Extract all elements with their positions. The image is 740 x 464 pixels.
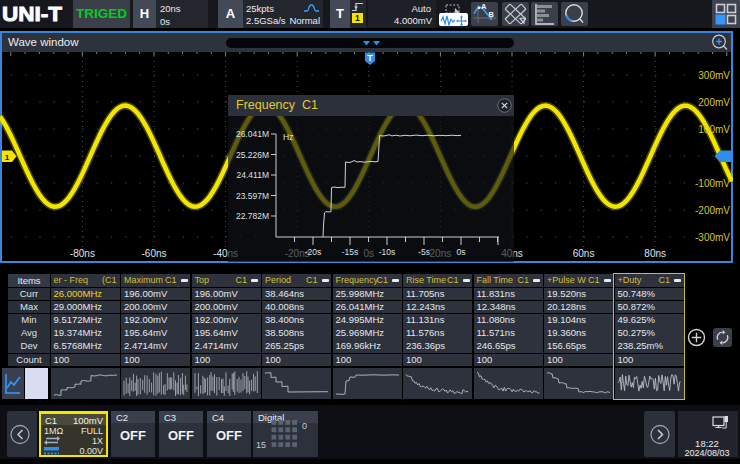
svg-text:A: A [481, 2, 487, 11]
svg-text:-5s: -5s [418, 247, 430, 257]
svg-text:-200mV: -200mV [695, 205, 730, 216]
svg-text:22.782M: 22.782M [236, 211, 269, 221]
svg-text:100mV: 100mV [698, 124, 730, 135]
svg-text:24.411M: 24.411M [237, 170, 269, 180]
svg-text:300mV: 300mV [698, 70, 730, 81]
svg-text:200mV: 200mV [698, 97, 730, 108]
svg-text:-15s: -15s [342, 247, 359, 257]
svg-text:1: 1 [5, 153, 10, 162]
svg-text:80ns: 80ns [644, 248, 666, 259]
svg-text:Hz: Hz [283, 132, 293, 142]
svg-text:23.597M: 23.597M [236, 191, 269, 201]
svg-text:-60ns: -60ns [141, 248, 166, 259]
svg-text:26.041M: 26.041M [236, 129, 269, 139]
svg-text:-80ns: -80ns [70, 248, 95, 259]
svg-text:-300mV: -300mV [695, 232, 730, 243]
svg-text:60ns: 60ns [573, 248, 595, 259]
svg-text:T: T [367, 53, 373, 63]
svg-text:-20s: -20s [305, 247, 322, 257]
svg-text:25.226M: 25.226M [236, 150, 269, 160]
svg-text:-10s: -10s [379, 247, 396, 257]
svg-text:0s: 0s [457, 247, 466, 257]
svg-text:-100mV: -100mV [695, 178, 730, 189]
